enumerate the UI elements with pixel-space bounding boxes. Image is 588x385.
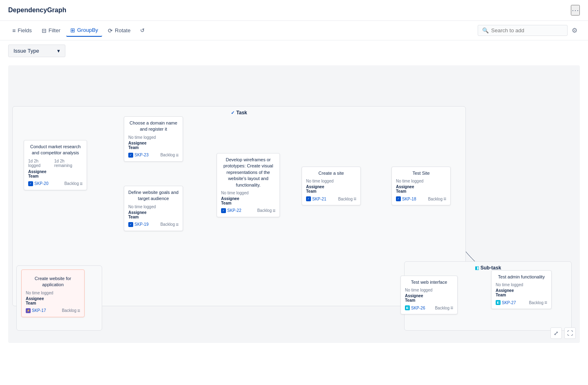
card-skp21-assignee-label: Assignee (306, 185, 356, 189)
card-skp19-time: No time logged (128, 205, 179, 209)
search-input[interactable] (491, 27, 557, 33)
card-skp22-status: Backlog ≡ (257, 208, 275, 214)
gear-icon: ⚙ (572, 27, 577, 34)
toolbar: ≡ Fields ⊟ Filter ⊞ GroupBy ⟳ Rotate ↺ 🔍… (0, 21, 588, 40)
card-skp26-assignee-label: Assignee (405, 294, 453, 298)
card-skp22-title: Develop wireframes or prototypes: Create… (221, 157, 275, 188)
card-skp18-id[interactable]: ✓ SKP-18 (396, 196, 416, 201)
card-skp20-title: Conduct market research and competitor a… (28, 144, 83, 156)
card-skp17-assignee-label: Assignee (26, 296, 80, 301)
settings-button[interactable]: ⚙ (569, 24, 580, 37)
search-icon: 🔍 (482, 27, 489, 33)
expand-button[interactable]: ⤢ (550, 327, 562, 339)
card-skp22-assignee-label: Assignee (221, 196, 275, 201)
card-skp23-status: Backlog ≡ (160, 152, 179, 158)
card-skp20-team-label: Team (28, 174, 83, 178)
card-skp23-title: Choose a domain name and register it (128, 120, 179, 133)
more-button[interactable]: ⋯ (571, 5, 580, 16)
header: DependencyGraph ⋯ (0, 0, 588, 21)
fields-button[interactable]: ≡ Fields (8, 25, 36, 36)
card-skp20-status: Backlog ≡ (64, 181, 83, 187)
subtask-icon: ◧ (475, 265, 479, 271)
card-skp17-icon: ⚡ (26, 308, 31, 313)
filter-label: Filter (49, 27, 60, 33)
groupby-button[interactable]: ⊞ GroupBy (66, 24, 102, 37)
card-skp26-icon: ◧ (405, 305, 410, 310)
card-skp21-icon: ✓ (306, 196, 311, 201)
bottom-buttons: ⤢ ⛶ (550, 327, 576, 339)
card-skp22-id[interactable]: ✓ SKP-22 (221, 208, 241, 213)
refresh-button[interactable]: ↺ (136, 25, 149, 36)
card-skp20-log: 1d 2h logged 1d 2h remaining (28, 159, 83, 168)
card-skp18-assignee-label: Assignee (396, 185, 446, 189)
card-skp21-id[interactable]: ✓ SKP-21 (306, 196, 326, 201)
card-skp19-title: Define website goals and target audience (128, 189, 179, 202)
filter-button[interactable]: ⊟ Filter (38, 25, 65, 36)
card-skp22-status-icon: ≡ (273, 208, 275, 214)
card-skp17-footer: ⚡ SKP-17 Backlog ≡ (26, 308, 80, 314)
card-skp21-footer: ✓ SKP-21 Backlog ≡ (306, 196, 356, 202)
task-group-label: ✓ Task (231, 110, 247, 116)
card-skp26-id[interactable]: ◧ SKP-26 (405, 305, 425, 310)
card-skp22-team-label: Team (221, 201, 275, 205)
card-skp19-assignee-label: Assignee (128, 210, 179, 215)
rotate-label: Rotate (115, 27, 130, 33)
card-skp26-status-icon: ≡ (450, 305, 453, 311)
card-skp17-status-icon: ≡ (77, 308, 80, 314)
fields-icon: ≡ (12, 27, 16, 34)
card-skp19-status: Backlog ≡ (160, 222, 179, 227)
card-skp26-status: Backlog ≡ (435, 305, 453, 311)
refresh-label: ↺ (140, 27, 145, 33)
card-skp18-status: Backlog ≡ (428, 196, 446, 202)
card-skp23-team-label: Team (128, 145, 179, 150)
card-skp20-remaining: 1d 2h remaining (54, 159, 83, 168)
card-skp20-id[interactable]: ✓ SKP-20 (28, 181, 48, 186)
card-skp19: Define website goals and target audience… (124, 186, 183, 231)
card-skp19-footer: ✓ SKP-19 Backlog ≡ (128, 222, 179, 227)
card-skp21: Create a site No time logged Assignee Te… (302, 167, 361, 205)
card-skp17-status: Backlog ≡ (62, 308, 80, 314)
rotate-button[interactable]: ⟳ Rotate (104, 25, 134, 36)
card-skp27-assignee-label: Assignee (496, 288, 547, 293)
card-skp17-title: Create website for application (26, 276, 80, 288)
issue-type-button[interactable]: Issue Type ▾ (8, 45, 65, 57)
card-skp18: Test Site No time logged Assignee Team ✓… (391, 167, 451, 205)
card-skp27-icon: ◧ (496, 300, 501, 305)
card-skp22-footer: ✓ SKP-22 Backlog ≡ (221, 208, 275, 214)
card-skp20-status-icon: ≡ (80, 181, 83, 187)
card-skp22-time: No time logged (221, 191, 275, 195)
card-skp22: Develop wireframes or prototypes: Create… (217, 153, 280, 217)
card-skp17-id[interactable]: ⚡ SKP-17 (26, 308, 46, 313)
card-skp26-title: Test web interface (405, 279, 453, 285)
card-skp21-title: Create a site (306, 170, 356, 176)
subtask-group-label: ◧ Sub-task (475, 265, 501, 271)
card-skp18-footer: ✓ SKP-18 Backlog ≡ (396, 196, 446, 202)
card-skp20-footer: ✓ SKP-20 Backlog ≡ (28, 181, 83, 187)
card-skp18-time: No time logged (396, 179, 446, 183)
task-icon: ✓ (231, 110, 235, 116)
fullscreen-button[interactable]: ⛶ (564, 327, 576, 339)
card-skp23-icon: ✓ (128, 153, 133, 158)
card-skp23: Choose a domain name and register it No … (124, 116, 183, 162)
chevron-down-icon: ▾ (57, 48, 60, 54)
card-skp27-time: No time logged (496, 283, 547, 287)
rotate-icon: ⟳ (108, 27, 113, 34)
groupby-icon: ⊞ (70, 27, 75, 33)
card-skp19-team-label: Team (128, 215, 179, 219)
card-skp27-status-icon: ≡ (544, 300, 547, 305)
card-skp26-time: No time logged (405, 288, 453, 292)
card-skp19-id[interactable]: ✓ SKP-19 (128, 222, 148, 227)
groupby-label: GroupBy (77, 27, 98, 33)
card-skp26-footer: ◧ SKP-26 Backlog ≡ (405, 305, 453, 311)
canvas: blocks blocks blocks duplicates blocks b… (8, 65, 580, 343)
card-skp27-id[interactable]: ◧ SKP-27 (496, 300, 516, 305)
card-skp18-title: Test Site (396, 170, 446, 176)
card-skp23-id[interactable]: ✓ SKP-23 (128, 153, 148, 158)
card-skp23-status-icon: ≡ (176, 152, 179, 158)
card-skp21-team-label: Team (306, 189, 356, 194)
card-skp23-time: No time logged (128, 135, 179, 140)
card-skp18-status-icon: ≡ (443, 196, 446, 202)
card-skp20: Conduct market research and competitor a… (24, 140, 87, 190)
card-skp18-team-label: Team (396, 189, 446, 194)
card-skp20-assignee-label: Assignee (28, 169, 83, 174)
